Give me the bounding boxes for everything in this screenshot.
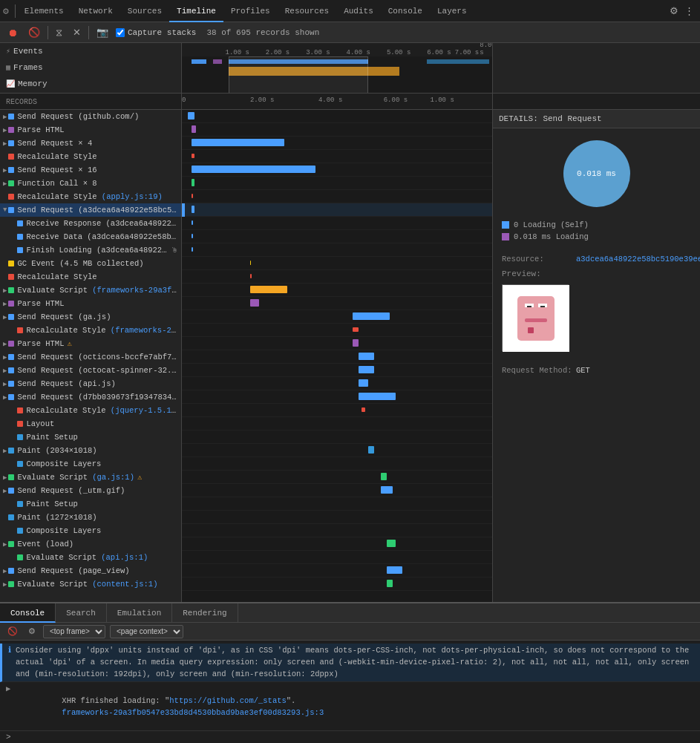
top-nav: ⚙ Elements Network Sources Timeline Prof… xyxy=(0,0,700,22)
nav-timeline[interactable]: Timeline xyxy=(169,0,223,22)
record-paint-setup-1[interactable]: ▶ Paint Setup xyxy=(0,431,181,444)
record-gc-event[interactable]: ▶ GC Event (4.5 MB collected) xyxy=(0,257,181,270)
apply-link[interactable]: (apply.js:19) xyxy=(102,192,163,201)
record-send-request-selected[interactable]: ▼ Send Request (a3dcea6a48922e58bc5... xyxy=(0,203,181,217)
tl-row-10 xyxy=(182,230,492,243)
record-send-request-api[interactable]: ▶ Send Request (api.js) xyxy=(0,377,181,390)
settings-icon[interactable]: ⚙ xyxy=(667,4,681,18)
overview-chart: 1.00 s 2.00 s 3.00 s 4.00 s 5.00 s 6.00 … xyxy=(182,43,492,93)
record-paint-1272[interactable]: ▶ Paint (1272×1018) xyxy=(0,511,181,524)
record-parse-html-1[interactable]: ▶ Parse HTML xyxy=(0,123,181,137)
clear-button[interactable]: 🚫 xyxy=(25,25,43,39)
record-paint-setup-2[interactable]: ▶ Paint Setup xyxy=(0,497,181,511)
overview-area: ⚡ Events ▦ Frames 📈 Memory 1.00 s 2.00 s… xyxy=(0,43,700,94)
nav-console[interactable]: Console xyxy=(381,0,430,22)
console-filter-btn[interactable]: ⚙ xyxy=(25,625,39,638)
frameworks-link-2[interactable]: (frameworks-29a3fb... xyxy=(111,326,178,335)
records-ruler-row: RECORDS 0 2.00 s 4.00 s 6.00 s 1.00 s xyxy=(0,94,700,110)
clear-filter-button[interactable]: ✕ xyxy=(70,25,84,39)
api-link[interactable]: (api.js:1) xyxy=(101,553,148,562)
record-button[interactable]: ⏺ xyxy=(4,25,21,40)
nav-elements[interactable]: Elements xyxy=(17,0,71,22)
tab-rendering[interactable]: Rendering xyxy=(172,603,238,623)
bar-16 xyxy=(353,312,390,320)
record-finish-loading[interactable]: ▶ Finish Loading (a3dcea6a48922e58... 🖱 xyxy=(0,243,181,257)
record-receive-response[interactable]: ▶ Receive Response (a3dcea6a48922e... xyxy=(0,217,181,230)
console-input[interactable] xyxy=(16,733,694,742)
nav-network[interactable]: Network xyxy=(71,0,120,22)
record-recalculate-jquery[interactable]: ▶ Recalculate Style (jquery-1.5.1.min.js… xyxy=(0,404,181,417)
nav-audits[interactable]: Audits xyxy=(336,0,381,22)
overflow-icon[interactable]: ⋮ xyxy=(681,4,697,18)
bar-6 xyxy=(192,179,194,186)
nav-layers[interactable]: Layers xyxy=(430,0,474,22)
detail-method-row: Request Method: GET xyxy=(493,363,700,378)
record-send-request-x16[interactable]: ▶ Send Request × 16 xyxy=(0,163,181,177)
frame-selector[interactable]: <top frame> xyxy=(43,625,105,638)
context-selector[interactable]: <page context> xyxy=(110,625,183,638)
frameworks-link[interactable]: (frameworks-29a3fb0... xyxy=(92,286,178,295)
ga-link[interactable]: (ga.js:1) xyxy=(92,473,134,482)
record-recalculate-apply[interactable]: ▶ Recalculate Style (apply.js:19) xyxy=(0,190,181,203)
record-recalculate-2[interactable]: ▶ Recalculate Style xyxy=(0,270,181,284)
record-paint-2034[interactable]: ▶ Paint (2034×1018) xyxy=(0,444,181,457)
record-evaluate-content[interactable]: ▶ Evaluate Script (content.js:1) xyxy=(0,577,181,591)
console-toolbar: 🚫 ⚙ <top frame> <page context> xyxy=(0,623,700,641)
record-event-load[interactable]: ▶ Event (load) xyxy=(0,537,181,551)
tab-search[interactable]: Search xyxy=(56,603,107,623)
resource-value[interactable]: a3dcea6a48922e58bc5190e39ee3f9... xyxy=(576,255,700,264)
record-composite-1[interactable]: ▶ Composite Layers xyxy=(0,457,181,471)
capture-stacks-checkbox[interactable] xyxy=(116,28,125,37)
record-composite-2[interactable]: ▶ Composite Layers xyxy=(0,524,181,537)
record-function-call-x8[interactable]: ▶ Function Call × 8 xyxy=(0,177,181,190)
record-evaluate-api[interactable]: ▶ Evaluate Script (api.js:1) xyxy=(0,551,181,564)
sidebar-memory[interactable]: 📈 Memory xyxy=(0,76,181,92)
dot-29 xyxy=(8,488,14,494)
record-send-request-utm[interactable]: ▶ Send Request (_utm.gif) xyxy=(0,484,181,497)
tl-row-29 xyxy=(182,484,492,497)
ruler-1s: 1.00 s xyxy=(226,49,249,56)
tab-console[interactable]: Console xyxy=(0,603,56,623)
record-layout[interactable]: ▶ Layout xyxy=(0,417,181,431)
console-clear-btn[interactable]: 🚫 xyxy=(4,625,21,638)
expand-icon-21: ▶ xyxy=(3,380,7,388)
record-evaluate-ga[interactable]: ▶ Evaluate Script (ga.js:1) ⚠ xyxy=(0,471,181,484)
nav-profiles[interactable]: Profiles xyxy=(223,0,278,22)
xhr-source-link[interactable]: frameworks-29a3fb0547e33bd8d4530bbad9bae… xyxy=(62,708,324,717)
record-receive-data[interactable]: ▶ Receive Data (a3dcea6a48922e58bc... xyxy=(0,230,181,243)
xhr-link[interactable]: https://github.com/_stats xyxy=(169,696,287,705)
record-send-request-github[interactable]: ▶ Send Request (github.com/) xyxy=(0,110,181,123)
dot-9 xyxy=(17,220,23,226)
record-parse-html-2[interactable]: ▶ Parse HTML xyxy=(0,297,181,310)
record-send-request-spinner[interactable]: ▶ Send Request (octocat-spinner-32.gif) xyxy=(0,364,181,377)
record-send-request-d7bb[interactable]: ▶ Send Request (d7bb039673f19347834... xyxy=(0,390,181,404)
dot-32 xyxy=(17,528,23,534)
record-parse-html-3[interactable]: ▶ Parse HTML ⚠ xyxy=(0,337,181,350)
nav-sources[interactable]: Sources xyxy=(120,0,169,22)
tl-row-8 xyxy=(182,203,492,217)
screenshot-button[interactable]: 📷 xyxy=(94,25,111,39)
record-send-request-x4[interactable]: ▶ Send Request × 4 xyxy=(0,137,181,150)
ruler-6s: 6.00 s xyxy=(427,49,451,56)
filter-button[interactable]: ⧖ xyxy=(53,25,65,40)
jquery-link[interactable]: (jquery-1.5.1.min.js:... xyxy=(111,406,178,415)
record-recalculate-frameworks[interactable]: ▶ Recalculate Style (frameworks-29a3fb..… xyxy=(0,324,181,337)
selection-marker xyxy=(182,203,185,217)
sidebar-events[interactable]: ⚡ Events xyxy=(0,43,181,59)
record-evaluate-frameworks[interactable]: ▶ Evaluate Script (frameworks-29a3fb0... xyxy=(0,284,181,297)
detail-preview-label: Preview: xyxy=(493,266,700,281)
record-recalculate-1[interactable]: ▶ Recalculate Style xyxy=(0,150,181,163)
record-send-request-page-view[interactable]: ▶ Send Request (page_view) xyxy=(0,564,181,577)
dot-4 xyxy=(8,154,14,160)
record-send-request-ga[interactable]: ▶ Send Request (ga.js) xyxy=(0,310,181,324)
dot-33 xyxy=(8,541,14,547)
method-label: Request Method: xyxy=(502,366,576,375)
dot-25 xyxy=(17,434,23,440)
rec-ruler-6s: 6.00 s xyxy=(384,96,408,104)
sidebar-frames[interactable]: ▦ Frames xyxy=(0,59,181,76)
expand-icon-6: ▶ xyxy=(3,180,7,188)
record-send-request-octicons[interactable]: ▶ Send Request (octicons-bccfe7abf74... xyxy=(0,350,181,364)
nav-resources[interactable]: Resources xyxy=(278,0,336,22)
tab-emulation[interactable]: Emulation xyxy=(107,603,172,623)
content-link[interactable]: (content.js:1) xyxy=(92,580,157,589)
